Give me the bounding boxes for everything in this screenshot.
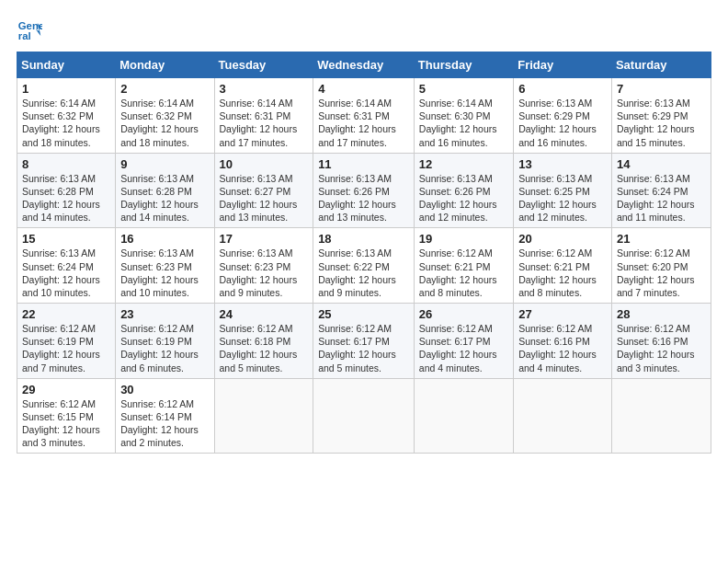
day-number: 11 bbox=[318, 157, 409, 171]
calendar-cell: 25Sunrise: 6:12 AM Sunset: 6:17 PM Dayli… bbox=[313, 304, 415, 379]
day-number: 7 bbox=[617, 82, 706, 96]
day-info: Sunrise: 6:12 AM Sunset: 6:18 PM Dayligh… bbox=[220, 322, 309, 374]
calendar-cell: 2Sunrise: 6:14 AM Sunset: 6:32 PM Daylig… bbox=[116, 78, 214, 154]
calendar-cell: 18Sunrise: 6:13 AM Sunset: 6:22 PM Dayli… bbox=[313, 228, 415, 304]
col-friday: Friday bbox=[514, 52, 612, 78]
day-number: 29 bbox=[22, 383, 110, 396]
calendar-cell: 11Sunrise: 6:13 AM Sunset: 6:26 PM Dayli… bbox=[313, 153, 415, 228]
calendar-cell: 17Sunrise: 6:13 AM Sunset: 6:23 PM Dayli… bbox=[214, 228, 313, 304]
day-number: 15 bbox=[22, 232, 110, 246]
day-info: Sunrise: 6:12 AM Sunset: 6:15 PM Dayligh… bbox=[22, 397, 110, 450]
day-number: 3 bbox=[220, 82, 309, 96]
day-number: 16 bbox=[120, 232, 209, 246]
calendar-cell: 9Sunrise: 6:13 AM Sunset: 6:28 PM Daylig… bbox=[116, 153, 214, 228]
day-number: 5 bbox=[419, 82, 508, 96]
day-info: Sunrise: 6:13 AM Sunset: 6:29 PM Dayligh… bbox=[518, 97, 607, 149]
calendar-row: 29Sunrise: 6:12 AM Sunset: 6:15 PM Dayli… bbox=[17, 378, 711, 454]
col-monday: Monday bbox=[116, 52, 214, 78]
col-tuesday: Tuesday bbox=[214, 52, 313, 78]
day-info: Sunrise: 6:13 AM Sunset: 6:28 PM Dayligh… bbox=[120, 172, 209, 224]
day-info: Sunrise: 6:13 AM Sunset: 6:29 PM Dayligh… bbox=[617, 97, 706, 149]
day-info: Sunrise: 6:12 AM Sunset: 6:17 PM Dayligh… bbox=[318, 322, 409, 374]
calendar-cell: 19Sunrise: 6:12 AM Sunset: 6:21 PM Dayli… bbox=[414, 228, 513, 304]
calendar-cell: 24Sunrise: 6:12 AM Sunset: 6:18 PM Dayli… bbox=[214, 304, 313, 379]
day-number: 22 bbox=[22, 307, 110, 321]
calendar-cell: 21Sunrise: 6:12 AM Sunset: 6:20 PM Dayli… bbox=[611, 228, 711, 304]
day-info: Sunrise: 6:14 AM Sunset: 6:30 PM Dayligh… bbox=[419, 97, 508, 149]
col-wednesday: Wednesday bbox=[313, 52, 415, 78]
calendar-cell: 10Sunrise: 6:13 AM Sunset: 6:27 PM Dayli… bbox=[214, 153, 313, 228]
day-info: Sunrise: 6:12 AM Sunset: 6:20 PM Dayligh… bbox=[617, 247, 706, 299]
col-sunday: Sunday bbox=[17, 52, 116, 78]
day-info: Sunrise: 6:13 AM Sunset: 6:24 PM Dayligh… bbox=[22, 247, 110, 299]
day-number: 4 bbox=[318, 82, 409, 96]
col-saturday: Saturday bbox=[611, 52, 711, 78]
calendar-cell: 8Sunrise: 6:13 AM Sunset: 6:28 PM Daylig… bbox=[17, 153, 116, 228]
day-number: 30 bbox=[120, 383, 209, 396]
day-number: 1 bbox=[22, 82, 110, 96]
svg-text:ral: ral bbox=[18, 30, 31, 41]
day-info: Sunrise: 6:12 AM Sunset: 6:16 PM Dayligh… bbox=[617, 322, 706, 374]
day-info: Sunrise: 6:13 AM Sunset: 6:26 PM Dayligh… bbox=[419, 172, 508, 224]
day-info: Sunrise: 6:12 AM Sunset: 6:17 PM Dayligh… bbox=[419, 322, 508, 374]
day-number: 26 bbox=[419, 307, 508, 321]
day-number: 6 bbox=[518, 82, 607, 96]
calendar-cell: 4Sunrise: 6:14 AM Sunset: 6:31 PM Daylig… bbox=[313, 78, 415, 154]
calendar-cell: 22Sunrise: 6:12 AM Sunset: 6:19 PM Dayli… bbox=[17, 304, 116, 379]
day-number: 13 bbox=[518, 157, 607, 171]
logo: Gene ral bbox=[17, 17, 46, 42]
calendar-cell: 20Sunrise: 6:12 AM Sunset: 6:21 PM Dayli… bbox=[514, 228, 612, 304]
calendar-cell: 13Sunrise: 6:13 AM Sunset: 6:25 PM Dayli… bbox=[514, 153, 612, 228]
calendar-row: 22Sunrise: 6:12 AM Sunset: 6:19 PM Dayli… bbox=[17, 304, 711, 379]
day-info: Sunrise: 6:12 AM Sunset: 6:19 PM Dayligh… bbox=[120, 322, 209, 374]
calendar-cell: 12Sunrise: 6:13 AM Sunset: 6:26 PM Dayli… bbox=[414, 153, 513, 228]
calendar-row: 8Sunrise: 6:13 AM Sunset: 6:28 PM Daylig… bbox=[17, 153, 711, 228]
calendar-cell: 16Sunrise: 6:13 AM Sunset: 6:23 PM Dayli… bbox=[116, 228, 214, 304]
calendar-cell: 29Sunrise: 6:12 AM Sunset: 6:15 PM Dayli… bbox=[17, 378, 116, 454]
calendar-cell bbox=[414, 378, 513, 454]
day-info: Sunrise: 6:12 AM Sunset: 6:14 PM Dayligh… bbox=[120, 397, 209, 450]
day-number: 24 bbox=[220, 307, 309, 321]
day-info: Sunrise: 6:14 AM Sunset: 6:32 PM Dayligh… bbox=[120, 97, 209, 149]
day-number: 14 bbox=[617, 157, 706, 171]
calendar-page: Gene ral Sunday Monday Tuesday Wednesday bbox=[0, 0, 728, 563]
calendar-cell: 14Sunrise: 6:13 AM Sunset: 6:24 PM Dayli… bbox=[611, 153, 711, 228]
day-number: 27 bbox=[518, 307, 607, 321]
day-info: Sunrise: 6:13 AM Sunset: 6:26 PM Dayligh… bbox=[318, 172, 409, 224]
day-number: 17 bbox=[220, 232, 309, 246]
calendar-cell: 23Sunrise: 6:12 AM Sunset: 6:19 PM Dayli… bbox=[116, 304, 214, 379]
calendar-cell: 3Sunrise: 6:14 AM Sunset: 6:31 PM Daylig… bbox=[214, 78, 313, 154]
day-info: Sunrise: 6:12 AM Sunset: 6:19 PM Dayligh… bbox=[22, 322, 110, 374]
calendar-cell: 28Sunrise: 6:12 AM Sunset: 6:16 PM Dayli… bbox=[611, 304, 711, 379]
calendar-table: Sunday Monday Tuesday Wednesday Thursday… bbox=[17, 52, 711, 454]
day-number: 21 bbox=[617, 232, 706, 246]
calendar-row: 15Sunrise: 6:13 AM Sunset: 6:24 PM Dayli… bbox=[17, 228, 711, 304]
calendar-cell bbox=[611, 378, 711, 454]
day-number: 2 bbox=[120, 82, 209, 96]
day-info: Sunrise: 6:13 AM Sunset: 6:23 PM Dayligh… bbox=[220, 247, 309, 299]
day-number: 23 bbox=[120, 307, 209, 321]
calendar-cell: 5Sunrise: 6:14 AM Sunset: 6:30 PM Daylig… bbox=[414, 78, 513, 154]
calendar-cell bbox=[514, 378, 612, 454]
day-number: 12 bbox=[419, 157, 508, 171]
header-row: Sunday Monday Tuesday Wednesday Thursday… bbox=[17, 52, 711, 78]
day-number: 10 bbox=[220, 157, 309, 171]
day-info: Sunrise: 6:13 AM Sunset: 6:22 PM Dayligh… bbox=[318, 247, 409, 299]
day-info: Sunrise: 6:14 AM Sunset: 6:32 PM Dayligh… bbox=[22, 97, 110, 149]
page-header: Gene ral bbox=[17, 17, 711, 42]
logo-icon: Gene ral bbox=[17, 17, 42, 42]
calendar-cell bbox=[313, 378, 415, 454]
calendar-cell: 27Sunrise: 6:12 AM Sunset: 6:16 PM Dayli… bbox=[514, 304, 612, 379]
calendar-cell: 6Sunrise: 6:13 AM Sunset: 6:29 PM Daylig… bbox=[514, 78, 612, 154]
day-info: Sunrise: 6:12 AM Sunset: 6:21 PM Dayligh… bbox=[518, 247, 607, 299]
day-info: Sunrise: 6:13 AM Sunset: 6:27 PM Dayligh… bbox=[220, 172, 309, 224]
day-number: 19 bbox=[419, 232, 508, 246]
calendar-cell: 26Sunrise: 6:12 AM Sunset: 6:17 PM Dayli… bbox=[414, 304, 513, 379]
day-info: Sunrise: 6:13 AM Sunset: 6:25 PM Dayligh… bbox=[518, 172, 607, 224]
calendar-cell: 30Sunrise: 6:12 AM Sunset: 6:14 PM Dayli… bbox=[116, 378, 214, 454]
day-info: Sunrise: 6:14 AM Sunset: 6:31 PM Dayligh… bbox=[220, 97, 309, 149]
col-thursday: Thursday bbox=[414, 52, 513, 78]
day-info: Sunrise: 6:13 AM Sunset: 6:24 PM Dayligh… bbox=[617, 172, 706, 224]
calendar-cell: 15Sunrise: 6:13 AM Sunset: 6:24 PM Dayli… bbox=[17, 228, 116, 304]
day-number: 20 bbox=[518, 232, 607, 246]
